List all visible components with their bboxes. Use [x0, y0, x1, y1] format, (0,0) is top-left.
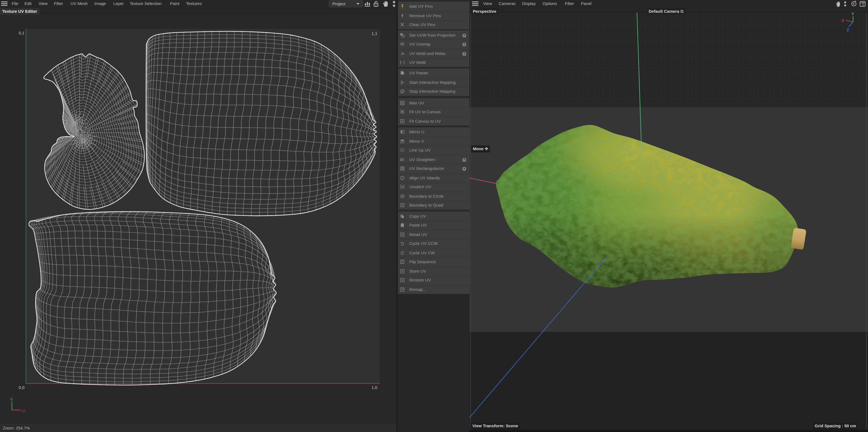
svg-text:Y: Y	[851, 12, 854, 16]
svg-text:X: X	[841, 18, 844, 23]
svg-text:Z: Z	[847, 28, 849, 32]
svg-text:U: U	[22, 408, 25, 413]
svg-text:V: V	[10, 397, 13, 401]
